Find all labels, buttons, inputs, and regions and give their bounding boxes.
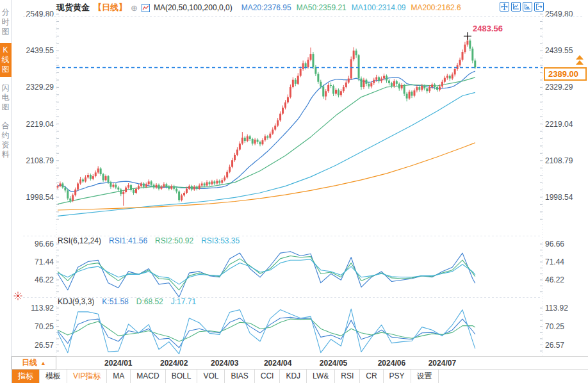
indicator-tab[interactable]: 指标 <box>12 370 40 383</box>
kdj-title: KDJ(9,3,3) <box>58 297 94 306</box>
ma-value-label: MA50:2359.21 <box>297 3 347 12</box>
triangle-up-icon: ▲ <box>40 360 46 366</box>
rsi-title: RSI(6,12,24) <box>58 236 101 245</box>
peak-price-label: 2483.56 <box>473 24 503 33</box>
indicator-tab[interactable]: 模板 <box>40 370 67 383</box>
kdj-legend: KDJ(9,3,3) K:51.58D:68.52J:17.71 <box>58 297 196 306</box>
chart-toolbar <box>500 2 544 12</box>
indicator-tab[interactable]: MACD <box>131 370 165 383</box>
line-chart-icon <box>142 4 150 12</box>
ma-value-label: MA100:2314.09 <box>352 3 406 12</box>
indicator-tab[interactable]: VIP指标 <box>67 370 107 383</box>
add-indicator-icon[interactable]: ⊕ <box>131 3 138 13</box>
chart-canvas[interactable] <box>0 0 588 383</box>
x-axis-month-label: 2024/04 <box>264 359 291 368</box>
x-axis-month-label: 2024/01 <box>104 359 132 368</box>
oscillator-value-label: RSI3:53.35 <box>201 236 240 245</box>
indicator-tab[interactable]: 设置 <box>411 370 439 383</box>
oscillator-value-label: J:17.71 <box>171 297 196 306</box>
indicator-tab[interactable]: RSI <box>335 370 360 383</box>
ma-legend-values: MA20:2376.95MA50:2359.21MA100:2314.09MA2… <box>236 3 461 12</box>
x-axis-month-label: 2024/06 <box>378 359 405 368</box>
oscillator-value-label: K:51.58 <box>102 297 128 306</box>
oscillator-value-label: RSI2:50.92 <box>155 236 193 245</box>
indicator-tab[interactable]: MA <box>107 370 131 383</box>
indicator-tab[interactable]: PSY <box>384 370 411 383</box>
symbol-name: 现货黄金 <box>56 2 90 13</box>
indicator-tab[interactable]: LW& <box>307 370 335 383</box>
current-price-box: 2389.00 <box>544 67 587 81</box>
x-axis-row <box>12 356 588 370</box>
indicator-tab-bar: 指标模板VIP指标MAMACDBOLLVOLBIASCCIKDJLW&RSICR… <box>12 370 588 383</box>
indicator-tab[interactable]: CCI <box>255 370 281 383</box>
chart-header: 现货黄金 【日线】 ⊕ MA(20,50,100,200,0,0) MA20:2… <box>56 1 461 14</box>
ma-formula: MA(20,50,100,200,0,0) <box>154 3 233 12</box>
indicator-tab[interactable]: CR <box>360 370 383 383</box>
period-tag: 【日线】 <box>94 2 127 13</box>
x-axis-month-label: 2024/07 <box>429 359 456 368</box>
x-axis-month-label: 2024/03 <box>211 359 238 368</box>
period-selector-label: 日线 <box>22 357 37 368</box>
move-crosshair-icon[interactable] <box>500 2 509 12</box>
trading-app-window: 分时图K线图闪电图合约资料 现货黄金 【日线】 ⊕ MA(20,50,100,2… <box>0 0 588 383</box>
oscillator-value-label: D:68.52 <box>136 297 163 306</box>
x-axis-month-label: 2024/02 <box>160 359 188 368</box>
indicator-tab[interactable]: BIAS <box>225 370 254 383</box>
rsi-legend: RSI(6,12,24) RSI1:41.56RSI2:50.92RSI3:53… <box>58 236 240 245</box>
indicator-tab[interactable]: KDJ <box>280 370 307 383</box>
price-up-arrow-icon <box>576 55 584 65</box>
ma-value-label: MA20:2376.95 <box>241 3 291 12</box>
oscillator-value-label: RSI1:41.56 <box>109 236 147 245</box>
period-selector[interactable]: 日线 ▲ <box>12 356 56 370</box>
x-axis-month-label: 2024/05 <box>320 359 347 368</box>
indicator-tab[interactable]: BOLL <box>166 370 198 383</box>
exit-right-icon[interactable] <box>534 2 544 12</box>
pan-axis-icon[interactable] <box>523 2 532 12</box>
zoom-axis-icon[interactable] <box>511 2 521 12</box>
indicator-tab[interactable]: VOL <box>197 370 225 383</box>
ma-value-label: MA200:2162.6 <box>411 3 461 12</box>
